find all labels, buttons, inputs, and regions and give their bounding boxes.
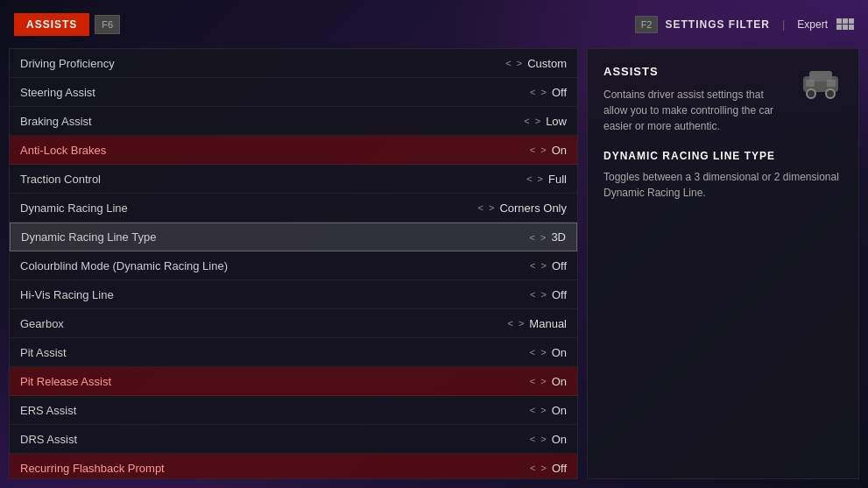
info-section-desc: Toggles between a 3 dimensional or 2 dim… (603, 169, 843, 201)
arrow-left-icon[interactable]: < (530, 145, 535, 155)
header: ASSISTS F6 F2 SETTINGS FILTER | Expert (0, 0, 868, 48)
row-value-text-driving-proficiency: Custom (527, 57, 567, 70)
arrow-left-icon[interactable]: < (530, 376, 535, 386)
settings-row-hi-vis-racing-line[interactable]: Hi-Vis Racing Line<>Off (10, 280, 577, 309)
settings-row-driving-proficiency[interactable]: Driving Proficiency<>Custom (10, 49, 577, 78)
assists-tab[interactable]: ASSISTS (14, 13, 89, 36)
arrow-left-icon[interactable]: < (530, 347, 535, 357)
arrow-left-icon[interactable]: < (478, 202, 483, 213)
row-label-steering-assist: Steering Assist (20, 86, 530, 99)
arrow-left-icon[interactable]: < (530, 289, 535, 300)
row-value-braking-assist: <>Low (524, 115, 567, 128)
info-header: ASSISTS Contains driver assist settings … (603, 65, 843, 150)
row-value-text-steering-assist: Off (552, 86, 567, 99)
arrow-left-icon[interactable]: < (530, 434, 535, 444)
arrow-right-icon[interactable]: > (540, 434, 546, 444)
row-label-pit-assist: Pit Assist (20, 346, 530, 359)
settings-row-braking-assist[interactable]: Braking Assist<>Low (10, 107, 577, 136)
info-panel: ASSISTS Contains driver assist settings … (587, 48, 859, 479)
settings-filter[interactable]: F2 SETTINGS FILTER (635, 16, 770, 33)
row-value-gearbox: <>Manual (507, 317, 567, 330)
expert-label: Expert (797, 18, 828, 31)
row-label-traction-control: Traction Control (20, 173, 526, 186)
arrow-left-icon[interactable]: < (505, 58, 511, 68)
arrow-left-icon[interactable]: < (530, 463, 535, 473)
arrow-left-icon[interactable]: < (526, 173, 532, 184)
row-value-driving-proficiency: <>Custom (505, 57, 567, 70)
arrow-right-icon[interactable]: > (540, 87, 546, 97)
row-value-text-dynamic-racing-line: Corners Only (499, 202, 567, 215)
separator: | (782, 18, 785, 31)
row-value-dynamic-racing-line: <>Corners Only (478, 202, 567, 215)
arrow-left-icon[interactable]: < (524, 116, 529, 126)
row-value-hi-vis-racing-line: <>Off (530, 288, 567, 301)
settings-row-colourblind-mode[interactable]: Colourblind Mode (Dynamic Racing Line)<>… (10, 251, 577, 280)
row-value-text-hi-vis-racing-line: Off (552, 288, 567, 301)
settings-row-steering-assist[interactable]: Steering Assist<>Off (10, 78, 577, 107)
row-value-text-traction-control: Full (548, 173, 567, 186)
grid-cell (836, 25, 842, 30)
arrow-right-icon[interactable]: > (540, 347, 546, 357)
row-label-driving-proficiency: Driving Proficiency (20, 57, 505, 70)
settings-row-drs-assist[interactable]: DRS Assist<>On (10, 425, 577, 454)
arrow-left-icon[interactable]: < (530, 87, 535, 97)
settings-row-pit-assist[interactable]: Pit Assist<>On (10, 338, 577, 367)
arrow-right-icon[interactable]: > (489, 202, 494, 213)
row-value-text-dynamic-racing-line-type: 3D (551, 230, 566, 244)
row-label-pit-release-assist: Pit Release Assist (20, 375, 530, 388)
row-value-text-colourblind-mode: Off (552, 259, 567, 272)
info-section-title: DYNAMIC RACING LINE TYPE (603, 150, 843, 162)
row-value-text-gearbox: Manual (529, 317, 567, 330)
settings-row-dynamic-racing-line-type[interactable]: Dynamic Racing Line Type<>3D (10, 223, 577, 251)
arrow-right-icon[interactable]: > (540, 260, 546, 271)
settings-row-ers-assist[interactable]: ERS Assist<>On (10, 396, 577, 425)
row-value-text-drs-assist: On (552, 433, 567, 446)
row-value-pit-assist: <>On (530, 346, 567, 359)
settings-row-recurring-flashback-prompt[interactable]: Recurring Flashback Prompt<>Off (10, 454, 577, 479)
arrow-right-icon[interactable]: > (540, 145, 546, 155)
svg-point-2 (807, 89, 815, 98)
row-label-gearbox: Gearbox (20, 317, 507, 330)
row-label-dynamic-racing-line: Dynamic Racing Line (20, 202, 478, 215)
arrow-right-icon[interactable]: > (535, 116, 540, 126)
row-value-text-recurring-flashback-prompt: Off (552, 462, 567, 475)
arrow-left-icon[interactable]: < (530, 260, 535, 271)
arrow-left-icon[interactable]: < (530, 232, 535, 243)
arrow-left-icon[interactable]: < (530, 405, 535, 415)
arrow-right-icon[interactable]: > (540, 376, 546, 386)
arrow-right-icon[interactable]: > (540, 232, 546, 243)
arrow-right-icon[interactable]: > (517, 58, 522, 68)
row-value-steering-assist: <>Off (530, 86, 567, 99)
grid-icon[interactable] (836, 18, 854, 30)
row-value-traction-control: <>Full (526, 173, 567, 186)
row-value-text-ers-assist: On (552, 404, 567, 417)
row-value-dynamic-racing-line-type: <>3D (530, 230, 567, 244)
row-label-hi-vis-racing-line: Hi-Vis Racing Line (20, 288, 530, 301)
row-label-dynamic-racing-line-type: Dynamic Racing Line Type (21, 230, 530, 244)
arrow-right-icon[interactable]: > (540, 463, 546, 473)
settings-row-anti-lock-brakes[interactable]: Anti-Lock Brakes<>On (10, 136, 577, 165)
grid-cell (843, 18, 848, 24)
row-value-anti-lock-brakes: <>On (530, 144, 567, 157)
settings-row-traction-control[interactable]: Traction Control<>Full (10, 165, 577, 194)
row-value-ers-assist: <>On (530, 404, 567, 417)
grid-cell (849, 25, 854, 30)
row-label-drs-assist: DRS Assist (20, 433, 530, 446)
arrow-right-icon[interactable]: > (540, 405, 546, 415)
settings-row-pit-release-assist[interactable]: Pit Release Assist<>On (10, 367, 577, 396)
row-value-drs-assist: <>On (530, 433, 567, 446)
header-right: F2 SETTINGS FILTER | Expert (635, 16, 854, 33)
settings-row-gearbox[interactable]: Gearbox<>Manual (10, 309, 577, 338)
arrow-right-icon[interactable]: > (540, 289, 546, 300)
row-value-text-braking-assist: Low (546, 115, 567, 128)
svg-rect-4 (806, 80, 815, 87)
arrow-right-icon[interactable]: > (538, 173, 543, 184)
settings-row-dynamic-racing-line[interactable]: Dynamic Racing Line<>Corners Only (10, 194, 577, 223)
arrow-right-icon[interactable]: > (519, 318, 524, 329)
row-label-ers-assist: ERS Assist (20, 404, 530, 417)
arrow-left-icon[interactable]: < (507, 318, 512, 329)
row-label-recurring-flashback-prompt: Recurring Flashback Prompt (20, 462, 530, 475)
row-label-braking-assist: Braking Assist (20, 115, 524, 128)
row-value-text-pit-assist: On (552, 346, 567, 359)
grid-cell (836, 18, 842, 24)
